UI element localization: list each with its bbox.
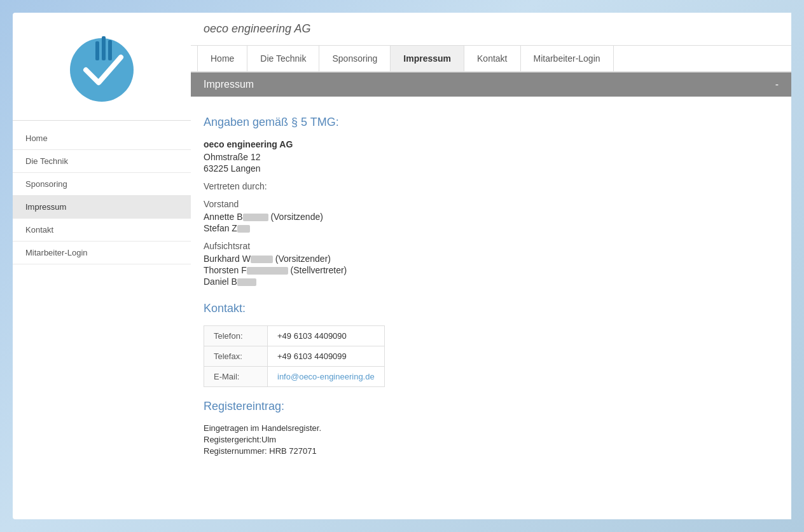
section-header-title: Impressum [204, 79, 254, 90]
angaben-title: Angaben gemäß § 5 TMG: [204, 116, 779, 129]
main-area: oeco engineering AG Home Die Technik Spo… [191, 13, 791, 519]
topnav-kontakt[interactable]: Kontakt [464, 46, 520, 71]
sidebar-item-mitarbeiter-login[interactable]: Mitarbeiter-Login [13, 242, 191, 264]
svg-rect-1 [95, 41, 99, 60]
telefon-row: Telefon: +49 6103 4409090 [204, 326, 385, 346]
vorstand-person-2: Stefan Z [204, 223, 779, 233]
redacted-4 [247, 267, 288, 275]
sidebar: Home Die Technik Sponsoring Impressum Ko… [13, 13, 191, 519]
telefax-label-cell: Telefax: [204, 346, 268, 367]
register-title: Registereintrag: [204, 400, 779, 413]
aufsichtsrat-person-2-name: Thorsten F [204, 265, 247, 275]
telefax-value-cell: +49 6103 4409099 [268, 346, 385, 367]
aufsichtsrat-person-3-name: Daniel B [204, 276, 237, 287]
email-value-cell: info@oeco-engineering.de [268, 367, 385, 387]
aufsichtsrat-person-2-role: (Stellvertreter) [291, 265, 347, 275]
redacted-3 [251, 256, 273, 263]
email-row: E-Mail: info@oeco-engineering.de [204, 367, 385, 387]
aufsichtsrat-person-1-name: Burkhard W [204, 254, 251, 264]
sidebar-item-impressum[interactable]: Impressum [13, 196, 191, 219]
company-title: oeco engineering AG [204, 22, 779, 36]
content-body: Angaben gemäß § 5 TMG: oeco engineering … [191, 109, 791, 477]
vorstand-person-1-name: Annette B [204, 212, 243, 222]
content-area: Impressum - Angaben gemäß § 5 TMG: oeco … [191, 72, 791, 519]
address-line1: Ohmstraße 12 [204, 152, 779, 162]
svg-rect-2 [102, 36, 106, 60]
sidebar-item-kontakt[interactable]: Kontakt [13, 219, 191, 242]
top-header: oeco engineering AG [191, 13, 791, 46]
topnav-impressum[interactable]: Impressum [391, 46, 464, 71]
company-name-text: oeco engineering AG [204, 139, 779, 149]
company-logo [64, 29, 140, 105]
kontakt-title: Kontakt: [204, 302, 779, 315]
contact-table: Telefon: +49 6103 4409090 Telefax: +49 6… [204, 325, 385, 387]
aufsichtsrat-label: Aufsichtsrat [204, 241, 779, 251]
email-label-cell: E-Mail: [204, 367, 268, 387]
aufsichtsrat-person-1-role: (Vorsitzender) [275, 254, 331, 264]
section-header: Impressum - [191, 72, 791, 97]
topnav-home[interactable]: Home [197, 46, 247, 71]
aufsichtsrat-person-2: Thorsten F (Stellvertreter) [204, 265, 779, 275]
sidebar-item-sponsoring[interactable]: Sponsoring [13, 173, 191, 196]
vorstand-person-2-name: Stefan Z [204, 223, 237, 233]
redacted-1 [243, 214, 268, 221]
svg-rect-3 [108, 40, 112, 60]
sidebar-item-die-technik[interactable]: Die Technik [13, 150, 191, 173]
topnav-sponsoring[interactable]: Sponsoring [319, 46, 391, 71]
register-section: Eingetragen im Handelsregister. Register… [204, 423, 779, 456]
aufsichtsrat-person-1: Burkhard W (Vorsitzender) [204, 254, 779, 264]
redacted-2 [237, 225, 250, 233]
vorstand-label: Vorstand [204, 199, 779, 209]
sidebar-navigation: Home Die Technik Sponsoring Impressum Ko… [13, 121, 191, 271]
vorstand-person-1-role: (Vorsitzende) [270, 212, 322, 222]
topnav-mitarbeiter-login[interactable]: Mitarbeiter-Login [521, 46, 614, 71]
sidebar-item-home[interactable]: Home [13, 127, 191, 150]
collapse-icon[interactable]: - [775, 79, 779, 90]
logo-area [13, 13, 191, 121]
telefon-value-cell: +49 6103 4409090 [268, 326, 385, 346]
redacted-5 [237, 278, 256, 286]
aufsichtsrat-person-3: Daniel B [204, 276, 779, 287]
register-line-1: Eingetragen im Handelsregister. [204, 423, 779, 433]
telefax-row: Telefax: +49 6103 4409099 [204, 346, 385, 367]
register-line-3: Registernummer: HRB 727071 [204, 446, 779, 456]
email-link[interactable]: info@oeco-engineering.de [277, 372, 375, 381]
vorstand-person-1: Annette B (Vorsitzende) [204, 212, 779, 222]
topnav-die-technik[interactable]: Die Technik [247, 46, 319, 71]
telefon-label-cell: Telefon: [204, 326, 268, 346]
register-line-2: Registergericht:Ulm [204, 435, 779, 444]
address-line2: 63225 Langen [204, 163, 779, 174]
vertreten-label: Vertreten durch: [204, 181, 779, 191]
top-navigation: Home Die Technik Sponsoring Impressum Ko… [191, 46, 791, 72]
